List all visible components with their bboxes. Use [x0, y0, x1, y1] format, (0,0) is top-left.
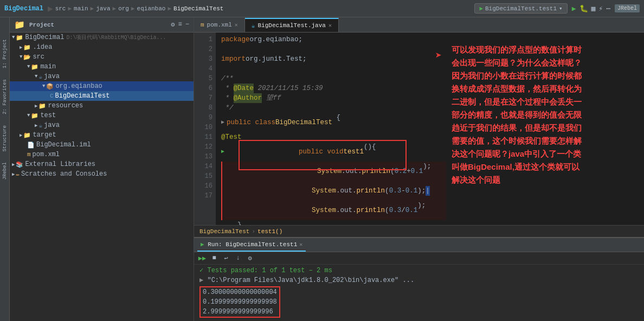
run-tab-close[interactable]: ✕ — [299, 241, 302, 248]
project-tree: ▼ 📁 BigDecimal D:\项目代码\RabbitMQ\BigDecia… — [10, 33, 194, 321]
tab-pom-label: pom.xml — [207, 22, 232, 28]
scroll-end-button[interactable]: ↓ — [233, 253, 243, 263]
tree-item-label: org.eqianbao — [55, 82, 102, 90]
tabs-bar: m pom.xml ✕ ☕ BigDecimalTest.java ✕ — [194, 17, 644, 33]
tree-item-label: resources — [48, 102, 83, 110]
tree-item-src[interactable]: ▼ 📂 src — [10, 52, 194, 62]
rerun-button[interactable]: ▶▶ — [197, 253, 207, 263]
tree-item-label: BigDecimal.iml — [36, 141, 91, 149]
tree-item-label: Scratches and Consoles — [21, 170, 107, 178]
tab-bigdecimaltest[interactable]: ☕ BigDecimalTest.java ✕ — [245, 18, 339, 32]
annotation-text: 可以发现我们的浮点型的数值计算时会出现一些问题？为什么会这样呢？因为我们的小数在… — [452, 43, 582, 187]
code-line-4 — [221, 64, 446, 74]
tree-item-test-java[interactable]: ▶ ☕ java — [10, 120, 194, 130]
run-tab-label: Run: — [208, 241, 222, 248]
sidebar-favorites-label[interactable]: 2: Favorites — [2, 79, 8, 114]
tree-item-main[interactable]: ▼ 📁 main — [10, 62, 194, 72]
editor-breadcrumb: BigDecimalTest › test1() — [194, 225, 644, 237]
tab-pom[interactable]: m pom.xml ✕ — [194, 18, 245, 32]
tree-item-label: pom.xml — [33, 151, 60, 158]
settings-button[interactable]: ⚙ — [245, 253, 255, 263]
panel-layout-icon[interactable]: ≡ — [178, 21, 182, 29]
more-icon[interactable]: ⋯ — [606, 4, 610, 13]
tree-item-path: D:\项目代码\RabbitMQ\BigDecia... — [66, 34, 166, 41]
run-config[interactable]: ▶ BigDecimalTest.test1 ▾ — [474, 3, 567, 14]
run-tab[interactable]: ▶ Run: BigDecimalTest.test1 ✕ — [197, 238, 306, 252]
annotation-box: ➤ ➤ 可以发现我们的浮点型的数值计算时会出现一些问题？为什么会这样呢？因为我们… — [452, 33, 644, 225]
bottom-toolbar: ▶▶ ■ ↩ ↓ ⚙ — [194, 252, 644, 265]
profile-icon[interactable]: ⚡ — [598, 4, 603, 13]
main-area: 1: Project 2: Favorites Structure JRebel… — [0, 17, 644, 321]
code-line-7: * @Author 望ff — [221, 93, 446, 103]
breadcrumb-file[interactable]: BigDecimalTest — [173, 5, 223, 12]
code-line-1: package org.eqianbao; — [221, 35, 446, 44]
code-line-9: ▶ public class BigDecimalTest { — [221, 113, 446, 132]
panel-close-icon[interactable]: − — [185, 21, 189, 29]
tree-item-root[interactable]: ▼ 📁 BigDecimal D:\项目代码\RabbitMQ\BigDecia… — [10, 33, 194, 42]
cmd-line: ▶ "C:\Program Files\Java\jdk1.8.0_202\bi… — [199, 275, 639, 285]
tree-item-package[interactable]: ▼ 📦 org.eqianbao — [10, 81, 194, 91]
tree-item-label: test — [40, 112, 56, 119]
tab-pom-close[interactable]: ✕ — [235, 22, 238, 28]
tree-item-java[interactable]: ▼ ☕ java — [10, 72, 194, 81]
bottom-panel-tabs: ▶ Run: BigDecimalTest.test1 ✕ — [194, 238, 644, 252]
restore-button[interactable]: ↩ — [221, 253, 231, 263]
jrebel-badge: JRebel — [615, 4, 640, 12]
bottom-panel: ▶ Run: BigDecimalTest.test1 ✕ ▶▶ ■ ↩ ↓ ⚙… — [194, 237, 644, 321]
tree-item-label: BigDecimalTest — [55, 92, 110, 100]
sidebar-structure-label[interactable]: Structure — [2, 125, 8, 152]
tree-item-label: java — [44, 73, 60, 80]
code-line-14: System.out.println(0.3/0.1); — [221, 201, 446, 220]
toolbar-icons: ▶ 🐛 ▦ ⚡ ⋯ — [572, 4, 610, 13]
stop-button[interactable]: ■ — [209, 253, 219, 263]
code-line-11: ▶ public void test1(){ — [221, 142, 446, 162]
breadcrumb-eqianbao[interactable]: eqianbao — [137, 5, 166, 12]
tree-item-label: External Libraries — [25, 160, 95, 168]
tree-item-pom[interactable]: m pom.xml — [10, 150, 194, 159]
tree-item-idea[interactable]: ▶ 📁 .idea — [10, 42, 194, 52]
tree-item-label: src — [33, 53, 44, 61]
breadcrumb-main[interactable]: main — [74, 5, 88, 12]
line-numbers: 1 2 3 4 5 6 7 8 9 10 11 12 13 14 — [194, 33, 216, 225]
run-tab-config: BigDecimalTest.test1 — [226, 241, 297, 248]
tree-item-resources[interactable]: ▶ 📁 resources — [10, 101, 194, 111]
tree-item-test[interactable]: ▼ 📁 test — [10, 111, 194, 120]
panel-settings-icon[interactable]: ⚙ — [171, 21, 175, 29]
code-editor[interactable]: package org.eqianbao; import org.junit.T… — [216, 33, 452, 225]
code-line-10: @Test — [221, 132, 446, 142]
tree-item-iml[interactable]: 📄 BigDecimal.iml — [10, 140, 194, 150]
code-line-8: */ — [221, 103, 446, 113]
breadcrumb-src[interactable]: src — [55, 5, 66, 12]
breadcrumb-class[interactable]: BigDecimalTest — [199, 228, 249, 235]
run-gutter-icon: ▶ — [221, 147, 224, 157]
tree-item-bigdecimaltest[interactable]: C BigDecimalTest — [10, 91, 194, 101]
tree-item-ext-libs[interactable]: ▶ 📚 External Libraries — [10, 159, 194, 169]
tree-item-scratches[interactable]: ▶ ✏ Scratches and Consoles — [10, 169, 194, 179]
code-line-5: /** — [221, 74, 446, 84]
tree-item-label: target — [33, 131, 56, 139]
code-line-6: * @Date 2021/11/15 15:39 — [221, 84, 446, 93]
sidebar-jrebel-label[interactable]: JRebel — [2, 162, 8, 179]
editor-area: m pom.xml ✕ ☕ BigDecimalTest.java ✕ 1 2 … — [194, 17, 644, 237]
breadcrumb-java[interactable]: java — [96, 5, 110, 12]
app-logo: BigDecimal — [4, 5, 43, 12]
debug-icon[interactable]: 🐛 — [579, 4, 588, 13]
sidebar-project-label[interactable]: 1: Project — [2, 39, 8, 68]
project-panel-header: 📁 Project ⚙ ≡ − — [10, 17, 194, 33]
run-config-label: BigDecimalTest.test1 — [485, 5, 557, 12]
coverage-icon[interactable]: ▦ — [591, 4, 596, 13]
left-sidebar: 1: Project 2: Favorites Structure JRebel — [0, 17, 10, 321]
tree-item-label: main — [40, 63, 56, 70]
code-line-12: System.out.println(0.2+0.1); — [221, 162, 446, 181]
code-line-13: System.out.println(0.3-0.1);| — [221, 181, 446, 201]
tree-item-label: .idea — [33, 43, 52, 51]
tab-bigdecimaltest-close[interactable]: ✕ — [329, 22, 332, 29]
run-icon[interactable]: ▶ — [572, 4, 576, 13]
tree-item-target[interactable]: ▶ 📁 target — [10, 130, 194, 140]
code-line-15: } — [221, 220, 446, 225]
breadcrumb-org[interactable]: org — [118, 5, 129, 12]
breadcrumb-method[interactable]: test1() — [257, 228, 282, 235]
output-block: 0.30000000000000004 0.19999999999999998 … — [199, 286, 280, 318]
tree-item-label: java — [44, 121, 60, 129]
project-panel: 📁 Project ⚙ ≡ − ▼ 📁 BigDecimal D:\项目代码\R… — [10, 17, 194, 321]
